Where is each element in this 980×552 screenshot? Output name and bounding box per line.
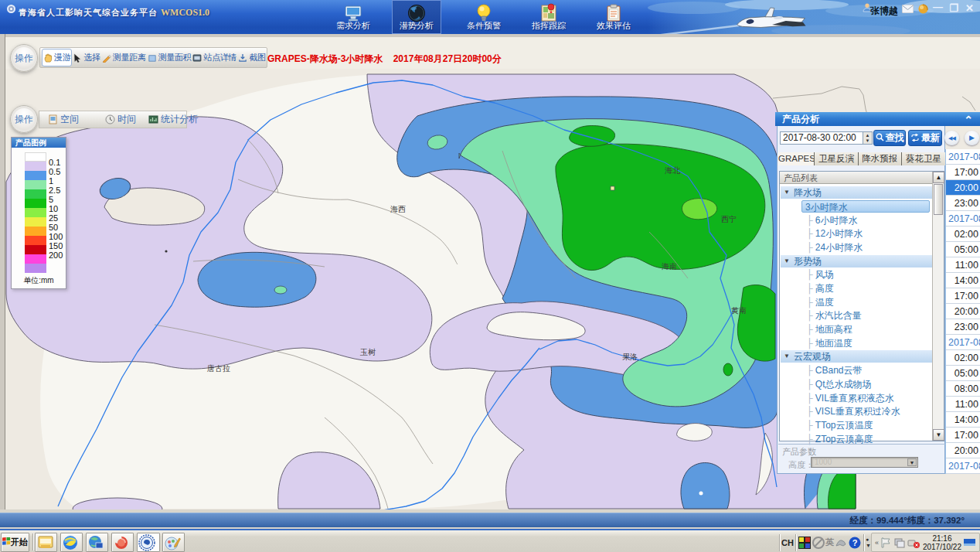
svg-text:?: ? [852, 538, 858, 547]
